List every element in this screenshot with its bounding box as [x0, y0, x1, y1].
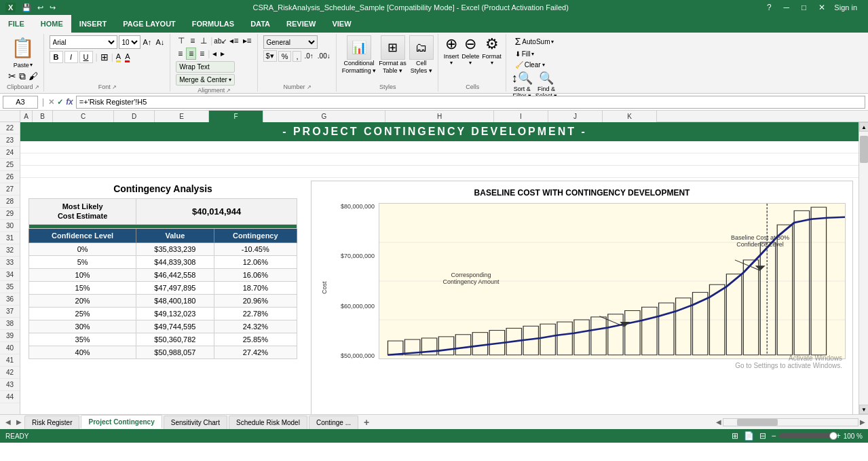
copy-button[interactable]: ⧉: [19, 71, 26, 82]
cut-button[interactable]: ✂: [8, 71, 16, 82]
decrease-decimal-button[interactable]: .00↓: [316, 52, 332, 60]
normal-view-icon[interactable]: ⊞: [732, 431, 738, 441]
add-sheet-button[interactable]: +: [360, 417, 373, 428]
tab-insert[interactable]: INSERT: [71, 15, 115, 33]
format-painter-button[interactable]: 🖌: [29, 71, 38, 82]
wrap-text-button[interactable]: Wrap Text: [176, 61, 235, 73]
decrease-indent-button[interactable]: ◂: [211, 48, 218, 59]
row-44[interactable]: 44: [0, 391, 20, 403]
paste-button[interactable]: 📋 Paste ▾: [7, 35, 39, 69]
align-top-button[interactable]: ⊤: [176, 35, 187, 46]
increase-decimal-button[interactable]: .0↑: [303, 52, 314, 60]
close-icon[interactable]: ✕: [815, 1, 829, 14]
help-icon[interactable]: ?: [763, 1, 775, 14]
row-35[interactable]: 35: [0, 281, 20, 293]
font-name-select[interactable]: Arial: [50, 35, 117, 49]
row-23[interactable]: 23: [0, 134, 20, 147]
clear-button[interactable]: 🧹 Clear ▾: [512, 60, 548, 69]
confirm-formula-button[interactable]: ✓: [57, 98, 63, 107]
tab-file[interactable]: FILE: [0, 15, 33, 33]
scroll-down-button[interactable]: ▼: [859, 405, 868, 414]
formula-input[interactable]: [76, 96, 865, 109]
tab-formulas[interactable]: FORMULAS: [184, 15, 242, 33]
tab-scroll-right[interactable]: ▶: [14, 418, 24, 426]
fill-button[interactable]: ⬇ Fill ▾: [512, 50, 537, 58]
tab-view[interactable]: VIEW: [324, 15, 359, 33]
hscroll-track[interactable]: [723, 418, 858, 426]
hscroll-left[interactable]: ◀: [716, 418, 721, 426]
col-header-i[interactable]: I: [494, 111, 548, 122]
tab-page-layout[interactable]: PAGE LAYOUT: [115, 15, 184, 33]
borders-button[interactable]: ⊞: [100, 52, 109, 62]
restore-icon[interactable]: □: [798, 1, 810, 14]
col-header-h[interactable]: H: [385, 111, 494, 122]
align-right-button[interactable]: ≡: [197, 48, 206, 59]
redo-icon[interactable]: ↪: [48, 3, 58, 12]
row-40[interactable]: 40: [0, 342, 20, 354]
insert-button[interactable]: ⊕ Insert ▾: [444, 35, 459, 66]
delete-button[interactable]: ⊖ Delete ▾: [461, 35, 479, 66]
undo-icon[interactable]: ↩: [35, 3, 45, 12]
scroll-up-button[interactable]: ▲: [859, 122, 868, 132]
zoom-slider[interactable]: [779, 433, 833, 439]
conditional-formatting-button[interactable]: 📊 ConditionalFormatting ▾: [342, 35, 377, 75]
align-left-button[interactable]: ≡: [176, 48, 185, 59]
font-color-button[interactable]: A: [125, 52, 130, 62]
col-header-f[interactable]: F: [209, 111, 263, 122]
row-37[interactable]: 37: [0, 306, 20, 318]
font-expand-icon[interactable]: ↗: [112, 84, 117, 90]
cell-reference-box[interactable]: [3, 96, 38, 109]
row-32[interactable]: 32: [0, 244, 20, 257]
format-as-table-button[interactable]: ⊞ Format asTable ▾: [379, 35, 407, 75]
underline-button[interactable]: U: [79, 51, 93, 63]
col-header-g[interactable]: G: [263, 111, 385, 122]
tab-project-contingency[interactable]: Project Contingency: [81, 415, 162, 428]
row-22[interactable]: 22: [0, 122, 20, 134]
row-33[interactable]: 33: [0, 257, 20, 269]
page-break-icon[interactable]: ⊟: [759, 431, 766, 441]
col-header-e[interactable]: E: [155, 111, 209, 122]
row-41[interactable]: 41: [0, 354, 20, 367]
number-format-select[interactable]: General: [263, 35, 318, 49]
clipboard-expand-icon[interactable]: ↗: [35, 84, 39, 90]
insert-function-button[interactable]: fx: [66, 97, 73, 107]
row-31[interactable]: 31: [0, 232, 20, 244]
italic-button[interactable]: I: [64, 51, 78, 63]
tab-scroll-left[interactable]: ◀: [3, 418, 14, 426]
align-bottom-button[interactable]: ⊥: [198, 35, 209, 46]
row-36[interactable]: 36: [0, 293, 20, 306]
bold-button[interactable]: B: [50, 51, 63, 63]
scroll-thumb[interactable]: [860, 136, 868, 163]
paste-dropdown-arrow[interactable]: ▾: [30, 62, 33, 68]
save-icon[interactable]: 💾: [20, 3, 33, 12]
cell-styles-button[interactable]: 🗂 CellStyles ▾: [409, 35, 434, 75]
align-center-button[interactable]: ≡: [186, 48, 196, 60]
tab-review[interactable]: REVIEW: [278, 15, 324, 33]
increase-font-button[interactable]: A↑: [142, 37, 153, 47]
format-button[interactable]: ⚙ Format ▾: [482, 35, 502, 66]
tab-data[interactable]: DATA: [242, 15, 278, 33]
row-28[interactable]: 28: [0, 196, 20, 208]
page-layout-icon[interactable]: 📄: [744, 431, 754, 441]
vertical-scrollbar[interactable]: ▲ ▼: [858, 122, 868, 414]
row-30[interactable]: 30: [0, 220, 20, 232]
hscroll-thumb[interactable]: [737, 419, 778, 426]
tab-sensitivity-chart[interactable]: Sensitivity Chart: [164, 416, 227, 429]
tab-home[interactable]: HOME: [33, 15, 71, 33]
row-42[interactable]: 42: [0, 367, 20, 379]
zoom-slider-thumb[interactable]: [829, 432, 837, 440]
col-header-c[interactable]: C: [53, 111, 114, 122]
zoom-out-button[interactable]: −: [772, 431, 776, 441]
row-25[interactable]: 25: [0, 159, 20, 171]
col-header-j[interactable]: J: [548, 111, 603, 122]
font-size-select[interactable]: 10: [119, 35, 140, 49]
align-middle-button[interactable]: ≡: [188, 35, 197, 46]
accounting-button[interactable]: $▾: [263, 50, 277, 62]
col-header-k[interactable]: K: [603, 111, 657, 122]
col-header-d[interactable]: D: [114, 111, 155, 122]
row-43[interactable]: 43: [0, 379, 20, 391]
increase-indent-button[interactable]: ▸: [219, 48, 226, 59]
row-27[interactable]: 27: [0, 183, 20, 196]
tab-schedule-risk-model[interactable]: Schedule Risk Model: [229, 416, 307, 429]
row-26[interactable]: 26: [0, 171, 20, 183]
